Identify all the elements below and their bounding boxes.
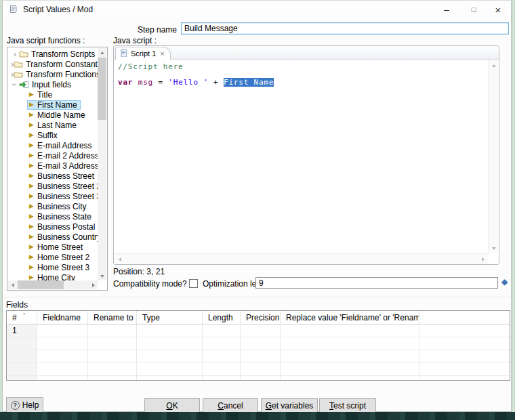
tree-item-transform-constants[interactable]: ›Transform Constants	[8, 59, 98, 69]
expand-icon[interactable]: ›	[11, 51, 19, 58]
table-cell[interactable]	[241, 363, 281, 375]
tree-item-business-street[interactable]: ▶Business Street	[8, 171, 98, 181]
editor-scroll-right-icon[interactable]	[478, 254, 488, 264]
tree-item-suffix[interactable]: ▶Suffix	[8, 130, 98, 140]
table-cell[interactable]	[37, 376, 88, 381]
table-cell[interactable]	[281, 324, 419, 337]
optimization-level-input[interactable]	[255, 277, 498, 289]
table-cell[interactable]	[137, 324, 203, 337]
table-cell[interactable]	[88, 363, 137, 375]
row-number-cell[interactable]	[7, 376, 37, 381]
table-cell[interactable]	[37, 363, 88, 375]
table-cell[interactable]	[37, 350, 88, 362]
table-cell[interactable]	[88, 376, 137, 381]
table-cell[interactable]	[241, 376, 281, 381]
table-cell[interactable]	[203, 363, 241, 375]
tree-item-business-street-2[interactable]: ▶Business Street 2	[8, 181, 98, 191]
tree-item-e-mail-2-address[interactable]: ▶E-mail 2 Address	[8, 150, 98, 161]
functions-tree: ›Transform Scripts›Transform Constants›T…	[7, 47, 108, 291]
table-cell[interactable]	[137, 376, 203, 381]
column-header-type[interactable]: Type	[137, 311, 203, 324]
row-number-cell[interactable]	[7, 350, 37, 362]
table-cell[interactable]	[88, 337, 137, 350]
tree-item-home-street-3[interactable]: ▶Home Street 3	[8, 262, 98, 272]
editor-vertical-scrollbar[interactable]	[488, 60, 498, 253]
editor-horizontal-scrollbar[interactable]	[115, 253, 488, 264]
title-bar[interactable]: Script Values / Mod – □ ×	[3, 1, 511, 18]
tab-script-1[interactable]: Script 1 ×	[115, 47, 171, 60]
tree-item-transform-functions[interactable]: ›Transform Functions	[8, 69, 98, 79]
table-cell[interactable]	[281, 337, 419, 350]
row-number-cell[interactable]	[7, 363, 37, 375]
column-header-replace-value-fieldname-or-rename-to[interactable]: Replace value 'Fieldname' or 'Rename to'	[281, 311, 419, 324]
table-cell[interactable]	[137, 337, 203, 350]
tree-item-transform-scripts[interactable]: ›Transform Scripts	[8, 49, 98, 59]
get-variables-button[interactable]: Get variables	[261, 398, 318, 413]
tree-hscroll-thumb[interactable]	[18, 280, 64, 289]
column-header-[interactable]: #ˆ	[7, 311, 37, 324]
tree-item-home-street-2[interactable]: ▶Home Street 2	[8, 252, 98, 262]
tree-item-e-mail-3-address[interactable]: ▶E-mail 3 Address	[8, 161, 98, 171]
tree-item-home-street[interactable]: ▶Home Street	[8, 242, 98, 252]
step-name-label: Step name	[102, 25, 177, 35]
column-header-length[interactable]: Length	[203, 311, 241, 324]
tree-item-business-postal-code[interactable]: ▶Business Postal Code	[8, 222, 98, 232]
tree-item-e-mail-address[interactable]: ▶E-mail Address	[8, 140, 98, 150]
table-cell[interactable]	[203, 376, 241, 381]
test-script-button[interactable]: Test script	[319, 398, 376, 413]
tree-horizontal-scrollbar[interactable]	[8, 280, 98, 289]
row-number-cell[interactable]	[7, 337, 37, 350]
scroll-down-icon[interactable]	[98, 272, 106, 280]
table-cell[interactable]	[37, 337, 88, 350]
scroll-left-icon[interactable]	[8, 280, 17, 289]
cancel-button[interactable]: Cancel	[203, 398, 258, 413]
tree-vscroll-thumb[interactable]	[98, 58, 106, 120]
tree-item-last-name[interactable]: ▶Last Name	[8, 120, 98, 130]
tree-item-home-city[interactable]: ▶Home City	[8, 272, 98, 280]
table-cell[interactable]	[203, 324, 241, 337]
column-header-fieldname[interactable]: Fieldname	[37, 311, 88, 324]
tree-item-business-street-3[interactable]: ▶Business Street 3	[8, 191, 98, 201]
tree-item-business-state[interactable]: ▶Business State	[8, 211, 98, 222]
table-cell[interactable]	[281, 376, 419, 381]
compatibility-mode-checkbox[interactable]	[189, 279, 198, 288]
table-cell[interactable]	[137, 363, 203, 375]
maximize-button[interactable]: □	[464, 1, 484, 18]
column-header-precision[interactable]: Precision	[241, 311, 281, 324]
ok-button[interactable]: OK	[144, 398, 200, 413]
close-button[interactable]: ×	[488, 1, 508, 18]
tree-item-business-country[interactable]: ▶Business Country	[8, 232, 98, 242]
column-header-rename-to[interactable]: Rename to	[88, 311, 137, 324]
table-cell[interactable]	[241, 337, 281, 350]
scroll-up-icon[interactable]	[98, 48, 106, 57]
table-cell[interactable]	[281, 363, 419, 375]
table-cell[interactable]	[203, 350, 241, 362]
editor-scroll-left-icon[interactable]	[115, 254, 125, 264]
tree-item-middle-name[interactable]: ▶Middle Name	[8, 110, 98, 120]
table-cell[interactable]	[203, 337, 241, 350]
table-cell[interactable]	[281, 350, 419, 362]
tab-close-icon[interactable]: ×	[160, 49, 164, 58]
code-editor-area[interactable]: //Script herevar msg = 'Hello ' + First …	[115, 60, 488, 253]
editor-scroll-up-icon[interactable]	[489, 60, 499, 70]
tree-item-business-city[interactable]: ▶Business City	[8, 201, 98, 211]
editor-scroll-down-icon[interactable]	[489, 243, 499, 253]
minimize-button[interactable]: –	[436, 1, 457, 18]
table-cell[interactable]	[37, 324, 88, 337]
tree-vertical-scrollbar[interactable]	[98, 48, 106, 280]
window-title: Script Values / Mod	[23, 5, 93, 14]
help-button[interactable]: ? Help	[6, 397, 43, 413]
step-name-input[interactable]	[181, 22, 509, 35]
table-cell[interactable]	[137, 350, 203, 362]
row-number-cell[interactable]: 1	[7, 324, 37, 337]
table-cell[interactable]	[88, 350, 137, 362]
table-cell[interactable]	[241, 324, 281, 337]
table-cell[interactable]	[241, 350, 281, 362]
tree-item-input-fields[interactable]: ›Input fields	[8, 79, 98, 89]
tree-item-title[interactable]: ▶Title	[8, 89, 98, 100]
collapse-icon[interactable]: ›	[11, 81, 18, 89]
scroll-right-icon[interactable]	[89, 280, 98, 289]
variable-icon[interactable]: ◆	[501, 277, 508, 287]
tree-item-first-name[interactable]: ▶First Name	[8, 100, 98, 110]
table-cell[interactable]	[88, 324, 137, 337]
